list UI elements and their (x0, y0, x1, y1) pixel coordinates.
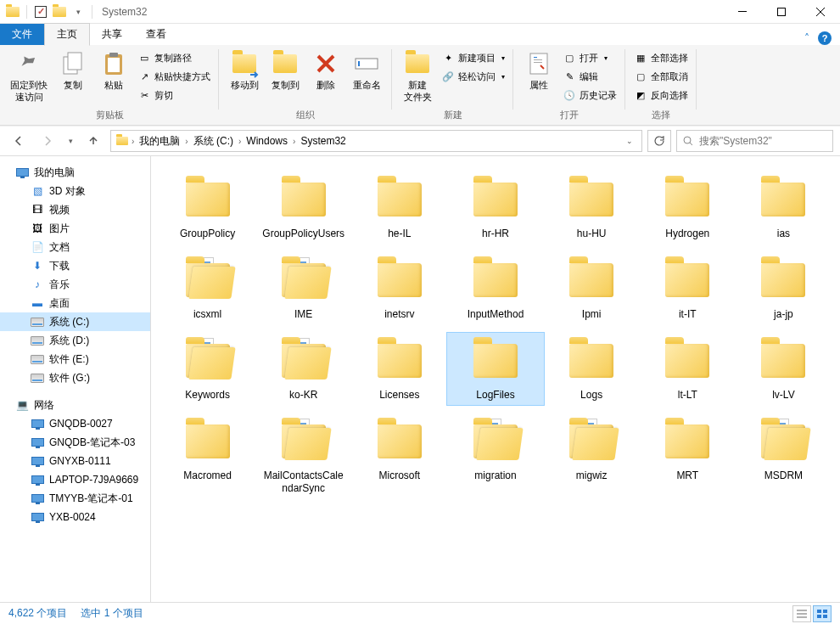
folder-item[interactable]: Keywords (160, 333, 255, 405)
cut-button[interactable]: ✂剪切 (134, 86, 214, 104)
folder-item[interactable]: LogFiles (447, 333, 543, 405)
search-input[interactable]: 搜索"System32" (676, 130, 833, 152)
folder-item[interactable]: hr-HR (447, 171, 543, 244)
chevron-right-icon[interactable]: › (130, 137, 136, 146)
tree-network[interactable]: 💻网络 (0, 396, 150, 414)
recent-dropdown[interactable]: ▾ (64, 129, 76, 153)
invert-selection-button[interactable]: ◩反向选择 (630, 86, 692, 104)
delete-button[interactable]: 删除 (305, 48, 346, 93)
tree-drive-c[interactable]: 系统 (C:) (0, 312, 150, 331)
icons-view-button[interactable] (813, 605, 832, 622)
folder-item[interactable]: Macromed (160, 413, 255, 498)
folder-item[interactable]: ias (736, 171, 832, 244)
new-item-button[interactable]: ✦新建项目▾ (438, 48, 508, 67)
tree-my-pc[interactable]: 我的电脑 (0, 163, 150, 182)
qat-dropdown[interactable]: ▾ (70, 4, 86, 20)
chevron-right-icon[interactable]: › (237, 137, 243, 146)
folder-item[interactable]: ja-jp (736, 252, 832, 324)
folder-item[interactable]: Licenses (351, 333, 447, 405)
tree-drive-e[interactable]: 软件 (E:) (0, 350, 150, 368)
easy-access-button[interactable]: 🔗轻松访问▾ (438, 67, 508, 86)
folder-item[interactable]: IME (255, 252, 351, 324)
folder-item[interactable]: he-IL (351, 171, 447, 244)
history-button[interactable]: 🕓历史记录 (559, 86, 620, 104)
tree-net-1[interactable]: GNQDB-0027 (0, 414, 150, 433)
tab-view[interactable]: 查看 (134, 24, 178, 45)
folder-item[interactable]: GroupPolicyUsers (255, 171, 351, 244)
crumb-pc[interactable]: 我的电脑 (136, 134, 183, 149)
tab-share[interactable]: 共享 (90, 24, 134, 45)
tree-net-5[interactable]: TMYYB-笔记本-01 (0, 489, 150, 508)
sparkle-icon: ✦ (441, 51, 455, 65)
forward-button[interactable] (36, 129, 59, 153)
folder-item[interactable]: MSDRM (736, 413, 832, 498)
folder-item[interactable]: lt-LT (640, 333, 736, 405)
refresh-button[interactable] (647, 130, 671, 152)
properties-button[interactable]: 属性 (518, 48, 559, 93)
folder-item[interactable]: Ipmi (544, 252, 640, 324)
move-to-button[interactable]: 移动到 (224, 48, 265, 93)
crumb-windows[interactable]: Windows (243, 135, 291, 147)
file-list[interactable]: GroupPolicyGroupPolicyUsershe-ILhr-HRhu-… (151, 156, 840, 602)
folder-item[interactable]: inetsrv (351, 252, 447, 324)
folder-item[interactable]: Hydrogen (640, 171, 736, 244)
svg-rect-15 (823, 610, 827, 613)
folder-item[interactable]: icsxml (160, 252, 255, 324)
folder-item[interactable]: ko-KR (255, 333, 351, 405)
tree-net-4[interactable]: LAPTOP-7J9A9669 (0, 470, 150, 489)
tree-net-6[interactable]: YXB-0024 (0, 508, 150, 526)
help-icon[interactable]: ? (818, 31, 832, 45)
folder-item[interactable]: MailContactsCalendarSync (255, 413, 351, 498)
tree-downloads[interactable]: ⬇下载 (0, 256, 150, 275)
crumb-system32[interactable]: System32 (297, 135, 349, 147)
paste-button[interactable]: 粘贴 (93, 48, 134, 93)
properties-qat[interactable]: ✓ (33, 4, 48, 20)
maximize-button[interactable] (762, 0, 801, 24)
rename-button[interactable]: 重命名 (346, 48, 387, 93)
tree-videos[interactable]: 🎞视频 (0, 200, 150, 219)
chevron-right-icon[interactable]: › (291, 137, 297, 146)
folder-item[interactable]: Logs (544, 333, 640, 405)
folder-item[interactable]: lv-LV (736, 333, 832, 405)
tree-documents[interactable]: 📄文档 (0, 238, 150, 256)
up-button[interactable] (81, 129, 105, 153)
minimize-button[interactable] (723, 0, 762, 24)
edit-button[interactable]: ✎编辑 (559, 67, 620, 86)
folder-item[interactable]: migwiz (544, 413, 640, 498)
tree-pictures[interactable]: 🖼图片 (0, 219, 150, 238)
address-bar[interactable]: › 我的电脑 › 系统 (C:) › Windows › System32 ⌄ (110, 130, 642, 152)
copy-button[interactable]: 复制 (53, 48, 93, 93)
copy-path-button[interactable]: ▭复制路径 (134, 48, 214, 67)
address-dropdown[interactable]: ⌄ (621, 137, 638, 145)
back-button[interactable] (7, 129, 31, 153)
tree-net-2[interactable]: GNQDB-笔记本-03 (0, 433, 150, 452)
tree-drive-d[interactable]: 系统 (D:) (0, 331, 150, 350)
details-view-button[interactable] (792, 605, 811, 622)
tree-3d-objects[interactable]: ▧3D 对象 (0, 182, 150, 200)
collapse-ribbon-icon[interactable]: ˄ (804, 32, 809, 44)
folder-item[interactable]: migration (447, 413, 543, 498)
tree-drive-g[interactable]: 软件 (G:) (0, 368, 150, 387)
tab-home[interactable]: 主页 (44, 23, 90, 46)
chevron-right-icon[interactable]: › (183, 137, 189, 146)
navigation-pane[interactable]: 我的电脑 ▧3D 对象 🎞视频 🖼图片 📄文档 ⬇下载 ♪音乐 ▬桌面 系统 (… (0, 156, 151, 602)
paste-shortcut-button[interactable]: ↗粘贴快捷方式 (134, 67, 214, 86)
select-all-button[interactable]: ▦全部选择 (630, 48, 692, 67)
tree-net-3[interactable]: GNYXB-0111 (0, 452, 150, 470)
pin-button[interactable]: 固定到快 速访问 (5, 48, 53, 104)
folder-item[interactable]: MRT (640, 413, 736, 498)
crumb-c[interactable]: 系统 (C:) (190, 134, 237, 149)
folder-item[interactable]: InputMethod (447, 252, 543, 324)
tab-file[interactable]: 文件 (0, 24, 44, 45)
folder-item[interactable]: GroupPolicy (160, 171, 255, 244)
tree-music[interactable]: ♪音乐 (0, 275, 150, 294)
open-button[interactable]: ▢打开▾ (559, 48, 620, 67)
folder-item[interactable]: it-IT (640, 252, 736, 324)
folder-item[interactable]: hu-HU (544, 171, 640, 244)
copy-to-button[interactable]: 复制到 (265, 48, 305, 93)
close-button[interactable] (801, 0, 840, 24)
tree-desktop[interactable]: ▬桌面 (0, 294, 150, 312)
select-none-button[interactable]: ▢全部取消 (630, 67, 692, 86)
folder-item[interactable]: Microsoft (351, 413, 447, 498)
new-folder-button[interactable]: 新建 文件夹 (397, 48, 438, 104)
